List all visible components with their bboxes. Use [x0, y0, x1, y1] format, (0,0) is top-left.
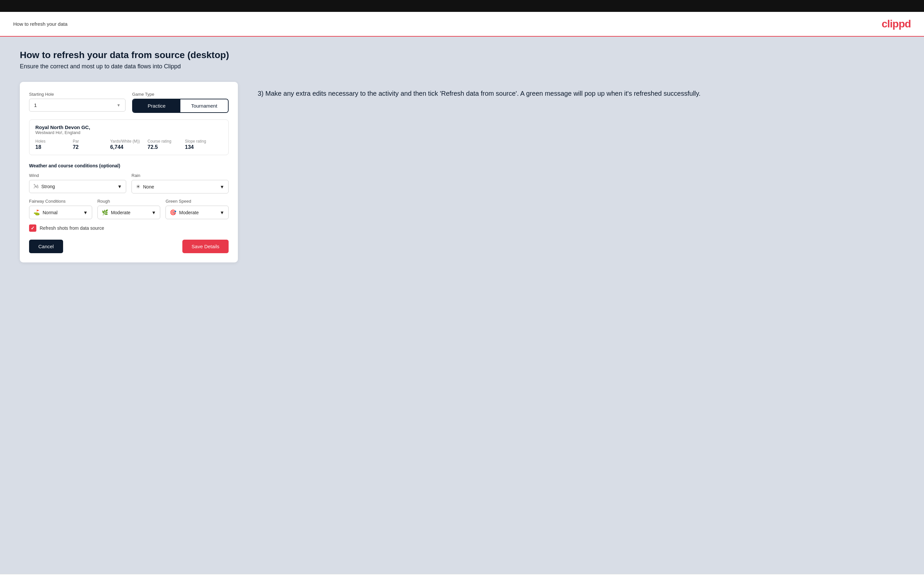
- main-content: How to refresh your data from source (de…: [0, 37, 924, 574]
- fairway-group: Fairway Conditions ⛳ Normal ▼: [29, 199, 92, 219]
- page-title: How to refresh your data from source (de…: [20, 50, 904, 60]
- wind-rain-row: Wind 🌬 Strong ▼ Rain ☀ None: [29, 173, 229, 193]
- course-rating-value: 72.5: [148, 144, 185, 150]
- refresh-checkbox-label: Refresh shots from data source: [40, 226, 104, 231]
- green-speed-select-inner: 🎯 Moderate: [170, 209, 220, 216]
- weather-section-label: Weather and course conditions (optional): [29, 163, 229, 168]
- button-row: Cancel Save Details: [29, 240, 229, 253]
- holes-value: 18: [36, 144, 73, 150]
- course-rating-label: Course rating: [148, 139, 185, 143]
- fairway-label: Fairway Conditions: [29, 199, 92, 204]
- yards-stat: Yards/White (M)) 6,744: [110, 139, 147, 150]
- logo: clippd: [882, 18, 911, 30]
- rain-value: None: [143, 184, 154, 190]
- wind-value: Strong: [41, 184, 55, 189]
- cancel-button[interactable]: Cancel: [29, 240, 63, 253]
- side-text: 3) Make any extra edits necessary to the…: [258, 82, 904, 99]
- rough-group: Rough 🌿 Moderate ▼: [97, 199, 160, 219]
- fairway-rough-green-row: Fairway Conditions ⛳ Normal ▼ Rough 🌿: [29, 199, 229, 219]
- footer: Copyright Clippd 2022: [0, 574, 924, 577]
- yards-label: Yards/White (M)): [110, 139, 147, 143]
- header-title: How to refresh your data: [13, 21, 68, 27]
- rough-value: Moderate: [111, 210, 131, 215]
- fairway-select[interactable]: ⛳ Normal ▼: [29, 206, 92, 219]
- wind-label: Wind: [29, 173, 126, 178]
- rain-chevron-icon: ▼: [220, 184, 224, 190]
- save-button[interactable]: Save Details: [183, 240, 229, 253]
- course-location: Westward Ho!, England: [36, 130, 222, 135]
- wind-chevron-icon: ▼: [117, 184, 122, 189]
- rough-select-inner: 🌿 Moderate: [102, 209, 152, 216]
- side-text-paragraph: 3) Make any extra edits necessary to the…: [258, 89, 904, 99]
- course-rating-stat: Course rating 72.5: [148, 139, 185, 150]
- rain-select-inner: ☀ None: [136, 184, 220, 190]
- starting-hole-label: Starting Hole: [29, 92, 126, 97]
- fairway-select-inner: ⛳ Normal: [33, 209, 83, 216]
- fairway-value: Normal: [43, 210, 58, 215]
- yards-value: 6,744: [110, 144, 147, 150]
- check-icon: ✓: [31, 226, 35, 231]
- course-stats: Holes 18 Par 72 Yards/White (M)) 6,744 C…: [36, 139, 222, 150]
- green-speed-label: Green Speed: [165, 199, 229, 204]
- rough-select[interactable]: 🌿 Moderate ▼: [97, 206, 160, 219]
- top-fields-row: Starting Hole 1 ▼ Game Type Practice Tou…: [29, 92, 229, 113]
- rain-select[interactable]: ☀ None ▼: [131, 180, 229, 193]
- starting-hole-select[interactable]: 1 ▼: [29, 99, 126, 111]
- rain-group: Rain ☀ None ▼: [131, 173, 229, 193]
- holes-stat: Holes 18: [36, 139, 73, 150]
- par-stat: Par 72: [73, 139, 110, 150]
- rough-icon: 🌿: [102, 209, 108, 216]
- starting-hole-group: Starting Hole 1 ▼: [29, 92, 126, 113]
- wind-group: Wind 🌬 Strong ▼: [29, 173, 126, 193]
- slope-rating-stat: Slope rating 134: [185, 139, 222, 150]
- practice-toggle-btn[interactable]: Practice: [133, 99, 180, 112]
- content-row: Starting Hole 1 ▼ Game Type Practice Tou…: [20, 82, 904, 263]
- par-label: Par: [73, 139, 110, 143]
- starting-hole-value: 1: [34, 102, 37, 108]
- starting-hole-chevron-icon: ▼: [116, 103, 121, 108]
- slope-rating-label: Slope rating: [185, 139, 222, 143]
- course-info-box: Royal North Devon GC, Westward Ho!, Engl…: [29, 119, 229, 155]
- game-type-group: Game Type Practice Tournament: [132, 92, 229, 113]
- rough-label: Rough: [97, 199, 160, 204]
- page-subtitle: Ensure the correct and most up to date d…: [20, 63, 904, 70]
- holes-label: Holes: [36, 139, 73, 143]
- header: How to refresh your data clippd: [0, 12, 924, 37]
- par-value: 72: [73, 144, 110, 150]
- green-speed-chevron-icon: ▼: [220, 210, 224, 215]
- form-card: Starting Hole 1 ▼ Game Type Practice Tou…: [20, 82, 238, 263]
- green-speed-group: Green Speed 🎯 Moderate ▼: [165, 199, 229, 219]
- rain-label: Rain: [131, 173, 229, 178]
- course-name: Royal North Devon GC,: [36, 124, 222, 130]
- slope-rating-value: 134: [185, 144, 222, 150]
- game-type-label: Game Type: [132, 92, 229, 97]
- refresh-checkbox-row: ✓ Refresh shots from data source: [29, 224, 229, 232]
- wind-select[interactable]: 🌬 Strong ▼: [29, 180, 126, 193]
- wind-icon: 🌬: [33, 184, 39, 190]
- refresh-checkbox[interactable]: ✓: [29, 224, 36, 232]
- fairway-icon: ⛳: [33, 209, 40, 216]
- game-type-toggle: Practice Tournament: [132, 99, 229, 113]
- rough-chevron-icon: ▼: [151, 210, 156, 215]
- tournament-toggle-btn[interactable]: Tournament: [180, 99, 228, 112]
- green-speed-value: Moderate: [179, 210, 199, 215]
- green-speed-icon: 🎯: [170, 209, 176, 216]
- green-speed-select[interactable]: 🎯 Moderate ▼: [165, 206, 229, 219]
- rain-icon: ☀: [136, 184, 141, 190]
- wind-select-inner: 🌬 Strong: [33, 184, 117, 190]
- fairway-chevron-icon: ▼: [83, 210, 88, 215]
